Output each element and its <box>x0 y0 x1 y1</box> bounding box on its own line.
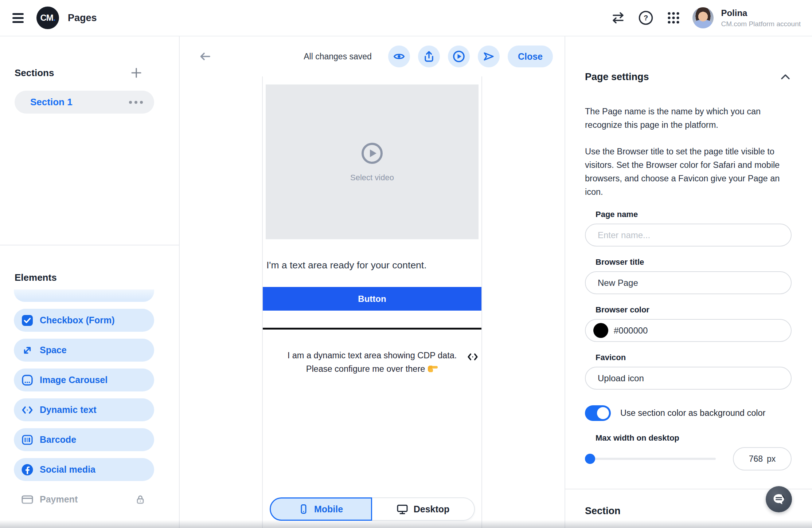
list-item-partial[interactable] <box>14 289 154 302</box>
menu-icon[interactable] <box>12 10 28 26</box>
slider-track[interactable] <box>586 458 716 460</box>
settings-title: Page settings <box>585 71 649 83</box>
apps-grid-button[interactable] <box>665 10 682 26</box>
section-color-toggle[interactable] <box>585 405 611 421</box>
chat-bubble-icon <box>772 493 786 506</box>
editor-canvas: All changes saved Clo <box>180 36 565 528</box>
close-button[interactable]: Close <box>508 46 553 67</box>
sections-block: Sections Section 1 <box>0 36 179 245</box>
section-color-toggle-label: Use section color as background color <box>620 408 765 418</box>
chevron-up-icon <box>781 74 790 80</box>
max-width-row: 768 px <box>585 447 792 470</box>
canvas-toolbar: All changes saved Clo <box>180 36 565 76</box>
payment-card-icon <box>21 493 34 506</box>
canvas-button-element[interactable]: Button <box>263 287 481 311</box>
barcode-icon <box>21 434 34 446</box>
element-social-media[interactable]: Social media <box>14 458 154 481</box>
back-arrow-icon <box>199 51 211 62</box>
save-status: All changes saved <box>304 52 372 62</box>
swap-arrows-icon <box>611 11 625 24</box>
max-width-value: 768 <box>749 454 763 464</box>
image-carousel-icon <box>21 374 34 386</box>
mobile-tab-label: Mobile <box>314 504 343 515</box>
element-label: Payment <box>40 494 134 505</box>
elements-list: Checkbox (Form) Space Image Carousel <box>14 289 154 511</box>
element-dynamic-text[interactable]: Dynamic text <box>14 398 154 421</box>
dynamic-text-element[interactable]: I am a dynamic text area showing CDP dat… <box>266 349 479 376</box>
section-settings-title: Section <box>585 505 792 517</box>
element-checkbox-form[interactable]: Checkbox (Form) <box>14 309 154 332</box>
eye-icon <box>393 51 405 62</box>
pointing-right-hand-icon <box>427 365 438 373</box>
cm-logo[interactable]: CM. <box>36 7 59 29</box>
back-button[interactable] <box>198 49 212 64</box>
element-barcode[interactable]: Barcode <box>14 428 154 451</box>
element-space[interactable]: Space <box>14 339 154 362</box>
sidebar-item-section-1[interactable]: Section 1 <box>15 91 154 114</box>
element-label: Social media <box>40 464 147 475</box>
element-label: Checkbox (Form) <box>40 315 147 326</box>
switch-account-button[interactable] <box>610 10 626 26</box>
select-video-label: Select video <box>350 173 394 182</box>
divider-element[interactable] <box>263 328 481 330</box>
add-section-button[interactable] <box>130 67 142 79</box>
viewport-desktop-tab[interactable]: Desktop <box>372 497 475 521</box>
help-icon: ? <box>638 10 653 25</box>
color-swatch[interactable] <box>593 323 608 338</box>
element-label: Image Carousel <box>40 375 147 385</box>
dynamic-text-content: I am a dynamic text area showing CDP dat… <box>274 349 471 376</box>
cm-logo-text: CM <box>40 13 53 23</box>
publish-button[interactable] <box>478 46 500 67</box>
page-name-label: Page name <box>596 210 792 219</box>
max-width-value-field[interactable]: 768 px <box>733 447 792 470</box>
collapse-panel-button[interactable] <box>779 71 792 83</box>
favicon-label: Favicon <box>596 353 792 362</box>
settings-header: Page settings <box>585 71 792 83</box>
play-icon <box>360 142 384 165</box>
code-icon[interactable] <box>467 351 479 363</box>
test-run-button[interactable] <box>448 46 470 67</box>
sections-header: Sections <box>15 67 142 79</box>
main-layout: Sections Section 1 Elements <box>0 36 812 528</box>
mobile-preview-frame: Select video I'm a text area ready for y… <box>262 76 482 528</box>
text-area-element[interactable]: I'm a text area ready for your content. <box>266 260 479 271</box>
element-label: Barcode <box>40 434 147 445</box>
app-title: Pages <box>68 12 97 24</box>
video-element-placeholder[interactable]: Select video <box>266 84 479 239</box>
slider-thumb[interactable] <box>585 454 595 464</box>
topbar: CM. Pages ? Polina CM.com Pl <box>0 0 812 36</box>
share-button[interactable] <box>418 46 440 67</box>
lock-icon <box>134 493 147 506</box>
viewport-toggle: Mobile Desktop <box>270 497 475 521</box>
user-account: CM.com Platform account <box>721 20 801 28</box>
send-icon <box>483 51 495 62</box>
plus-icon <box>130 67 142 79</box>
elements-block: Elements Checkbox (Form) Space <box>0 245 179 511</box>
max-width-slider[interactable] <box>585 447 721 470</box>
settings-description-1: The Page name is the name by which you c… <box>585 105 789 132</box>
sections-title: Sections <box>15 67 54 79</box>
element-image-carousel[interactable]: Image Carousel <box>14 369 154 391</box>
preview-button[interactable] <box>388 46 410 67</box>
upload-favicon-button[interactable]: Upload icon <box>585 367 792 390</box>
dynamic-text-icon <box>21 404 34 416</box>
viewport-mobile-tab[interactable]: Mobile <box>270 497 372 521</box>
page-settings-panel: Page settings The Page name is the name … <box>565 36 812 528</box>
page-name-input[interactable] <box>585 224 792 247</box>
browser-color-input[interactable]: #000000 <box>585 319 792 342</box>
section-color-toggle-row: Use section color as background color <box>585 405 792 421</box>
max-width-unit: px <box>767 454 776 464</box>
sidebar: Sections Section 1 Elements <box>0 36 180 528</box>
browser-title-input[interactable] <box>585 271 792 294</box>
user-avatar[interactable] <box>692 7 714 28</box>
element-payment[interactable]: Payment <box>14 488 154 511</box>
support-chat-button[interactable] <box>766 486 792 512</box>
section-options-icon[interactable] <box>129 101 143 104</box>
element-label: Dynamic text <box>40 405 147 415</box>
user-block[interactable]: Polina CM.com Platform account <box>721 8 801 28</box>
elements-title: Elements <box>15 272 154 283</box>
checkbox-icon <box>21 314 34 327</box>
desktop-tab-label: Desktop <box>414 504 450 515</box>
facebook-icon <box>21 464 34 476</box>
help-button[interactable]: ? <box>638 10 654 26</box>
